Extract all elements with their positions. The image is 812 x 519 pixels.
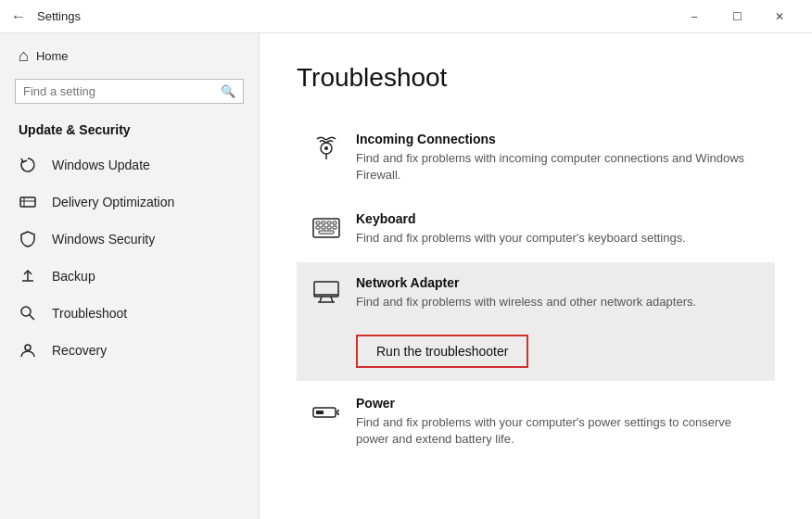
sidebar-section-title: Update & Security — [0, 115, 259, 146]
incoming-connections-text: Incoming Connections Find and fix proble… — [356, 132, 760, 184]
maximize-button[interactable]: ☐ — [716, 4, 758, 30]
svg-rect-16 — [316, 226, 320, 229]
power-icon — [311, 398, 341, 427]
svg-line-24 — [331, 297, 333, 302]
svg-point-7 — [25, 345, 31, 350]
keyboard-title: Keyboard — [356, 211, 686, 226]
keyboard-text: Keyboard Find and fix problems with your… — [356, 211, 686, 247]
windows-security-label: Windows Security — [52, 232, 155, 247]
sidebar-item-backup[interactable]: Backup — [0, 258, 259, 295]
search-icon: 🔍 — [221, 84, 235, 98]
sidebar-item-delivery-optimization[interactable]: Delivery Optimization — [0, 184, 259, 221]
network-adapter-title: Network Adapter — [356, 275, 696, 290]
sidebar-item-troubleshoot[interactable]: Troubleshoot — [0, 295, 259, 332]
title-bar-controls: – ☐ ✕ — [673, 4, 801, 30]
svg-rect-15 — [333, 222, 336, 224]
title-bar: ← Settings – ☐ ✕ — [0, 0, 812, 33]
run-troubleshooter-button[interactable]: Run the troubleshooter — [356, 335, 528, 368]
troubleshoot-item-keyboard[interactable]: Keyboard Find and fix problems with your… — [297, 198, 775, 260]
sidebar-item-recovery[interactable]: Recovery — [0, 332, 259, 369]
network-adapter-icon — [311, 277, 341, 307]
network-adapter-header: Network Adapter Find and fix problems wi… — [311, 275, 760, 310]
keyboard-description: Find and fix problems with your computer… — [356, 230, 686, 247]
svg-rect-19 — [333, 226, 336, 229]
power-title: Power — [356, 396, 760, 411]
svg-rect-0 — [20, 197, 35, 207]
svg-rect-14 — [327, 222, 331, 224]
svg-rect-12 — [316, 222, 320, 224]
recovery-label: Recovery — [52, 343, 107, 358]
svg-point-10 — [324, 146, 328, 150]
svg-rect-30 — [316, 411, 324, 414]
svg-rect-20 — [319, 231, 334, 234]
sidebar: ⌂ Home 🔍 Update & Security Windows Updat… — [0, 33, 260, 519]
incoming-connections-description: Find and fix problems with incoming comp… — [356, 150, 760, 184]
sidebar-item-windows-security[interactable]: Windows Security — [0, 221, 259, 258]
delivery-optimization-icon — [19, 193, 37, 211]
backup-icon — [19, 267, 37, 285]
close-button[interactable]: ✕ — [758, 4, 801, 30]
troubleshoot-item-network-adapter[interactable]: Network Adapter Find and fix problems wi… — [297, 262, 775, 381]
network-adapter-text: Network Adapter Find and fix problems wi… — [356, 275, 696, 310]
recovery-icon — [19, 341, 37, 360]
delivery-optimization-label: Delivery Optimization — [52, 195, 174, 209]
search-input[interactable] — [23, 84, 215, 98]
svg-line-6 — [30, 315, 35, 321]
network-adapter-description: Find and fix problems with wireless and … — [356, 294, 696, 310]
home-label: Home — [36, 49, 69, 63]
windows-update-label: Windows Update — [52, 158, 150, 172]
svg-line-23 — [320, 297, 322, 302]
backup-label: Backup — [52, 269, 95, 284]
svg-rect-13 — [322, 222, 325, 224]
troubleshoot-item-incoming-connections[interactable]: Incoming Connections Find and fix proble… — [297, 119, 775, 196]
svg-rect-17 — [322, 226, 325, 229]
power-description: Find and fix problems with your computer… — [356, 414, 760, 448]
sidebar-search-box[interactable]: 🔍 — [15, 79, 244, 104]
home-icon: ⌂ — [19, 46, 29, 66]
sidebar-home-item[interactable]: ⌂ Home — [0, 33, 259, 79]
title-bar-left: ← Settings — [11, 8, 673, 25]
back-arrow[interactable]: ← — [11, 8, 26, 25]
keyboard-icon — [311, 213, 341, 243]
page-title: Troubleshoot — [297, 63, 775, 93]
sidebar-item-windows-update[interactable]: Windows Update — [0, 146, 259, 184]
windows-security-icon — [19, 230, 37, 248]
troubleshoot-icon — [19, 304, 37, 323]
minimize-button[interactable]: – — [673, 4, 716, 30]
incoming-connections-icon — [311, 133, 341, 163]
troubleshoot-item-power[interactable]: Power Find and fix problems with your co… — [297, 383, 775, 461]
troubleshoot-label: Troubleshoot — [52, 306, 127, 321]
windows-update-icon — [19, 156, 37, 174]
incoming-connections-title: Incoming Connections — [356, 132, 760, 146]
app-body: ⌂ Home 🔍 Update & Security Windows Updat… — [0, 33, 812, 519]
svg-rect-18 — [327, 226, 331, 229]
main-content: Troubleshoot Incoming Connections Find a… — [260, 33, 812, 519]
power-text: Power Find and fix problems with your co… — [356, 396, 760, 448]
title-bar-title: Settings — [37, 9, 81, 23]
